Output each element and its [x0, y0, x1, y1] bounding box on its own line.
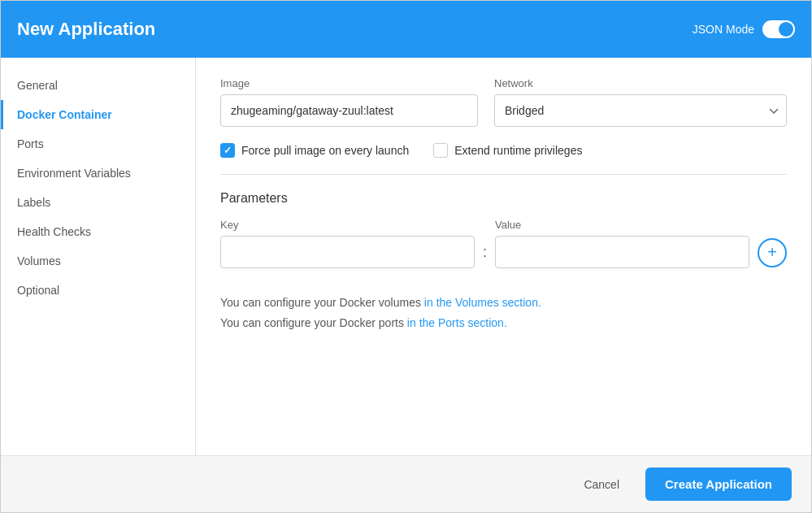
- value-input[interactable]: [495, 236, 749, 268]
- page-title: New Application: [17, 19, 155, 40]
- info-text: You can configure your Docker volumes in…: [220, 293, 787, 333]
- sidebar-item-optional[interactable]: Optional: [1, 276, 195, 305]
- json-mode-toggle[interactable]: [762, 20, 795, 38]
- force-pull-checkmark: ✓: [224, 145, 232, 156]
- json-mode-label: JSON Mode: [693, 23, 754, 36]
- network-select[interactable]: Bridged Host None: [494, 94, 787, 127]
- image-network-row: Image Network Bridged Host None: [220, 77, 787, 127]
- value-label: Value: [495, 219, 749, 231]
- sidebar-item-general[interactable]: General: [1, 71, 195, 100]
- value-group: Value: [495, 219, 749, 268]
- force-pull-label: Force pull image on every launch: [241, 144, 409, 157]
- checkbox-row: ✓ Force pull image on every launch Exten…: [220, 143, 787, 158]
- ports-info-prefix: You can configure your Docker ports: [220, 316, 407, 329]
- plus-icon: +: [767, 243, 777, 262]
- app-container: New Application JSON Mode General Docker…: [0, 0, 812, 513]
- create-application-button[interactable]: Create Application: [645, 467, 792, 501]
- ports-section-link[interactable]: in the Ports section.: [407, 316, 507, 329]
- image-label: Image: [220, 77, 478, 89]
- add-param-button[interactable]: +: [758, 238, 787, 267]
- colon-separator: :: [483, 226, 487, 261]
- sidebar-item-ports[interactable]: Ports: [1, 129, 195, 159]
- main-content: Image Network Bridged Host None: [196, 58, 811, 455]
- key-group: Key: [220, 219, 475, 268]
- force-pull-checkbox[interactable]: ✓: [220, 143, 235, 158]
- key-label: Key: [220, 219, 475, 231]
- network-label: Network: [494, 77, 787, 89]
- header: New Application JSON Mode: [1, 1, 811, 58]
- sidebar-item-health-checks[interactable]: Health Checks: [1, 217, 195, 246]
- volumes-section-link[interactable]: in the Volumes section.: [424, 296, 541, 309]
- force-pull-checkbox-item[interactable]: ✓ Force pull image on every launch: [220, 143, 409, 158]
- sidebar-item-docker-container[interactable]: Docker Container: [1, 100, 195, 129]
- extend-privileges-checkbox-item[interactable]: Extend runtime privileges: [433, 143, 582, 158]
- sidebar-item-labels[interactable]: Labels: [1, 188, 195, 217]
- sidebar-item-volumes[interactable]: Volumes: [1, 246, 195, 276]
- extend-privileges-label: Extend runtime privileges: [454, 144, 582, 157]
- volumes-info-line: You can configure your Docker volumes in…: [220, 293, 787, 313]
- network-select-wrapper: Bridged Host None: [494, 94, 787, 127]
- extend-privileges-checkbox[interactable]: [433, 143, 448, 158]
- body: General Docker Container Ports Environme…: [1, 58, 811, 455]
- volumes-info-prefix: You can configure your Docker volumes: [220, 296, 424, 309]
- sidebar: General Docker Container Ports Environme…: [1, 58, 196, 455]
- parameters-title: Parameters: [220, 191, 787, 206]
- cancel-button[interactable]: Cancel: [571, 470, 632, 499]
- image-input[interactable]: [220, 94, 478, 127]
- key-input[interactable]: [220, 236, 475, 268]
- sidebar-item-environment-variables[interactable]: Environment Variables: [1, 159, 195, 188]
- toggle-knob: [779, 22, 793, 37]
- section-divider: [220, 174, 787, 175]
- image-group: Image: [220, 77, 478, 127]
- params-row: Key : Value +: [220, 219, 787, 268]
- network-group: Network Bridged Host None: [494, 77, 787, 127]
- footer: Cancel Create Application: [1, 455, 811, 512]
- ports-info-line: You can configure your Docker ports in t…: [220, 313, 787, 333]
- json-mode-area: JSON Mode: [693, 20, 795, 38]
